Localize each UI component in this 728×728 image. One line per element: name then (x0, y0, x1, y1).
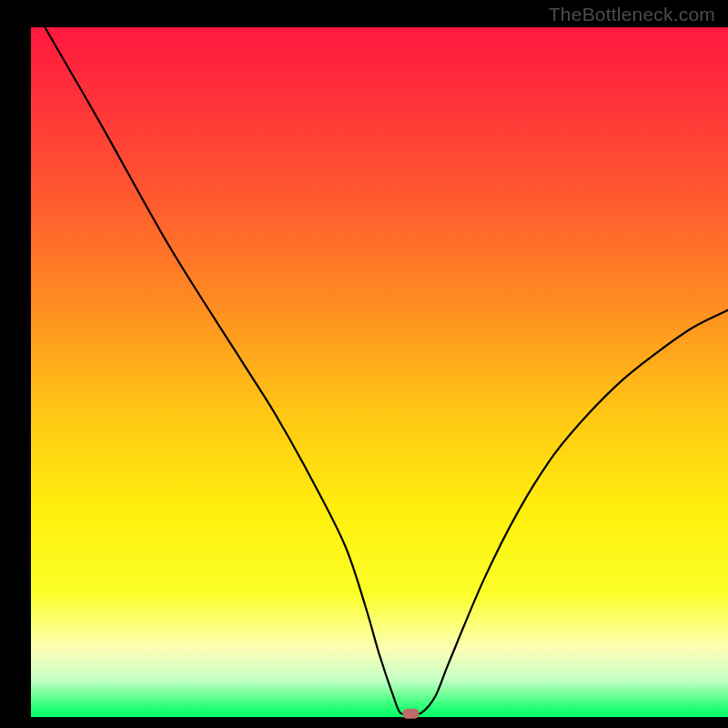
watermark-text: TheBottleneck.com (549, 4, 715, 25)
chart-container: TheBottleneck.com (0, 0, 728, 728)
optimal-marker (402, 709, 419, 719)
bottleneck-chart (0, 0, 728, 728)
plot-background (31, 27, 728, 717)
